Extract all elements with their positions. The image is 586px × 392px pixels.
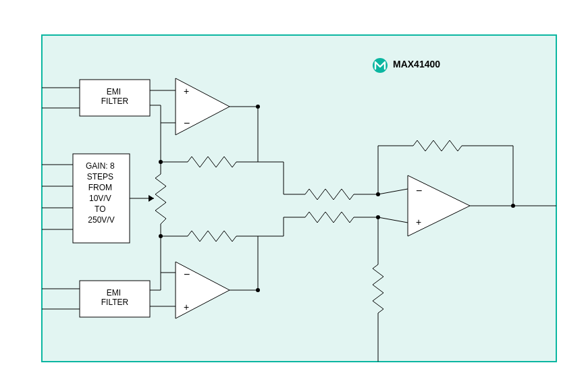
diagram-canvas: MAX41400 EMI FILTER + − GAIN: 8 STEPS FR… [0, 0, 586, 392]
svg-text:−: − [184, 117, 190, 129]
brand-logo [373, 58, 388, 73]
svg-text:−: − [416, 185, 422, 196]
svg-text:+: + [416, 217, 421, 227]
svg-text:+: + [184, 86, 189, 96]
node [511, 204, 515, 208]
svg-text:+: + [184, 302, 189, 312]
part-number: MAX41400 [393, 59, 440, 69]
svg-text:−: − [184, 269, 190, 280]
